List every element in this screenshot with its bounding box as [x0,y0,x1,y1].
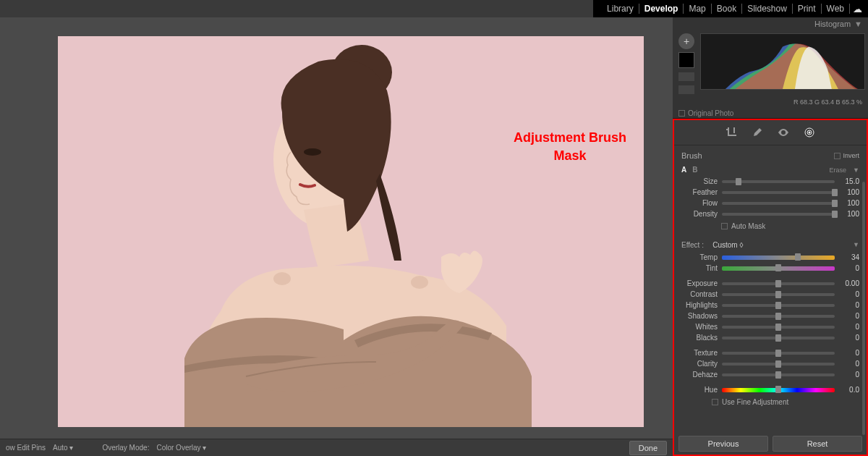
crop-tool-icon[interactable] [725,126,738,139]
collapse-icon[interactable]: ▼ [853,166,859,174]
radial-brush-icon[interactable] [803,126,816,139]
density-slider[interactable]: Density 100 [681,208,859,219]
erase-toggle[interactable]: Erase [830,166,847,174]
overlay-mode-dropdown[interactable]: Color Overlay ▾ [156,444,206,452]
cloud-sync-icon[interactable]: ☁ [853,4,862,14]
brush-a-toggle[interactable]: A [681,166,686,174]
invert-label: Invert [843,152,859,159]
exposure-slider[interactable]: Exposure 0.00 [681,278,859,289]
effect-label: Effect : [681,241,704,249]
reset-button[interactable]: Reset [773,436,862,452]
brush-section-label: Brush [681,151,702,160]
done-button[interactable]: Done [629,441,667,455]
hue-slider[interactable]: Hue 0.0 [681,384,859,395]
histogram-title: Histogram [814,20,851,28]
highlights-slider[interactable]: Highlights 0 [681,300,859,311]
usefine-label: Use Fine Adjustment [722,398,788,406]
contrast-slider[interactable]: Contrast 0 [681,289,859,300]
svg-point-5 [273,272,291,285]
dehaze-slider[interactable]: Dehaze 0 [681,369,859,380]
module-tab-develop[interactable]: Develop [639,4,684,14]
whites-slider[interactable]: Whites 0 [681,321,859,332]
module-tab-print[interactable]: Print [793,4,822,14]
usefine-checkbox[interactable] [712,399,718,405]
automask-label: Auto Mask [731,222,765,230]
size-slider[interactable]: Size 15.0 [681,176,859,187]
histogram-readout: R 68.3 G 63.4 B 65.3 % [673,97,868,107]
module-tab-web[interactable]: Web [822,4,850,14]
histogram-graph[interactable] [700,33,865,90]
tint-slider[interactable]: Tint 0 [681,263,859,274]
main-canvas[interactable] [0,17,673,439]
module-picker: Library Develop Map Book Slideshow Print… [593,0,868,17]
clarity-slider[interactable]: Clarity 0 [681,358,859,369]
original-photo-checkbox[interactable] [678,110,685,117]
edit-pins-dropdown[interactable]: Auto ▾ [53,444,73,452]
photo-preview[interactable] [58,36,644,427]
feather-slider[interactable]: Feather 100 [681,187,859,198]
flow-slider[interactable]: Flow 100 [681,198,859,208]
svg-point-10 [809,132,811,134]
svg-point-6 [411,276,428,289]
eye-icon[interactable] [777,126,790,139]
module-tab-library[interactable]: Library [602,4,639,14]
shadows-slider[interactable]: Shadows 0 [681,311,859,321]
thumb-icon[interactable] [678,72,694,81]
brush-b-toggle[interactable]: B [692,166,697,174]
texture-slider[interactable]: Texture 0 [681,347,859,358]
original-photo-label: Original Photo [688,109,733,117]
color-swatch[interactable] [678,52,694,68]
previous-button[interactable]: Previous [678,436,768,452]
panel-scrollbar[interactable] [862,182,865,435]
blacks-slider[interactable]: Blacks 0 [681,332,859,343]
effect-preset-dropdown[interactable]: Custom ◊ [712,241,743,249]
right-panel: Histogram ▼ + R 68.3 G 63.4 B 65.3 % [673,17,868,456]
automask-checkbox[interactable] [721,223,728,229]
module-tab-map[interactable]: Map [684,4,711,14]
temp-slider[interactable]: Temp 34 [681,252,859,263]
add-mask-button[interactable]: + [678,33,694,49]
edit-pins-label: ow Edit Pins [6,444,46,452]
collapse-icon[interactable]: ▼ [853,241,859,248]
histogram-panel: Histogram ▼ + R 68.3 G 63.4 B 65.3 % [673,17,868,119]
overlay-mode-label: Overlay Mode: [102,444,149,452]
module-tab-slideshow[interactable]: Slideshow [742,4,793,14]
adjustment-brush-panel: Brush Invert A B Erase ▼ Size 1 [673,119,868,456]
thumb-icon[interactable] [678,85,694,94]
collapse-icon[interactable]: ▼ [854,20,862,28]
svg-point-4 [304,148,321,156]
bottom-toolbar: ow Edit Pins Auto ▾ Overlay Mode: Color … [0,439,673,456]
invert-checkbox[interactable] [834,153,841,159]
portrait-illustration [58,36,644,427]
spot-removal-icon[interactable] [751,126,764,139]
module-tab-book[interactable]: Book [712,4,742,14]
tool-strip [674,120,867,145]
